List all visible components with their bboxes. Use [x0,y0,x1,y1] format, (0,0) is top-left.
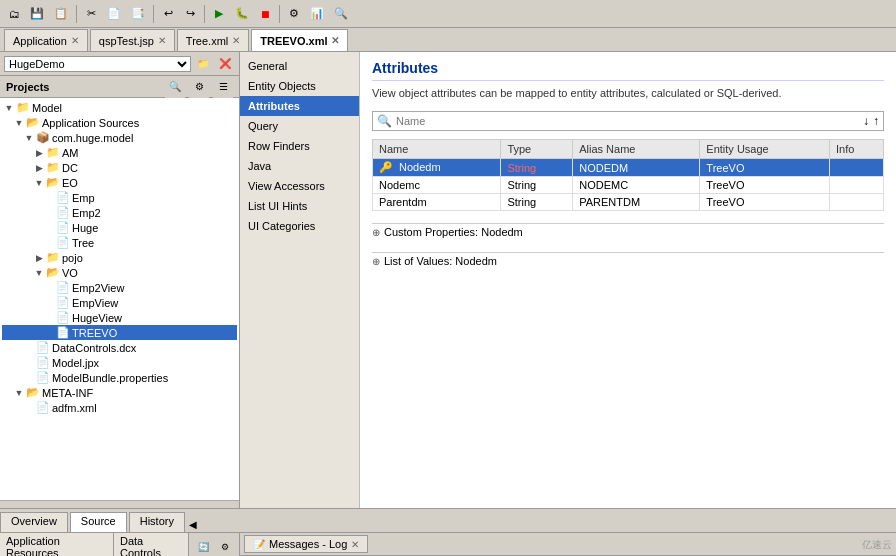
proj-search-btn[interactable]: 🔍 [165,76,185,98]
tree-pojo[interactable]: ▶ 📁 pojo [2,250,237,265]
tree-toggle-model[interactable]: ▼ [4,103,14,113]
tree-toggle-vo[interactable]: ▼ [34,268,44,278]
tree-hscrollbar[interactable] [0,500,239,508]
nav-entity-objects[interactable]: Entity Objects [240,76,359,96]
col-alias: Alias Name [573,140,700,159]
table-row[interactable]: Parentdm String PARENTDM TreeVO [373,194,884,211]
toolbar-btn-run[interactable]: ▶ [209,3,229,25]
section-app-resources[interactable]: Application Resources [0,533,114,556]
tab-qsptest-close[interactable]: ✕ [158,35,166,46]
nav-ui-categories[interactable]: UI Categories [240,216,359,236]
sort-asc-btn[interactable]: ↓ [863,114,869,128]
main-toolbar: 🗂 💾 📋 ✂ 📄 📑 ↩ ↪ ▶ 🐛 ⏹ ⚙ 📊 🔍 [0,0,896,28]
tab-qsptest[interactable]: qspTest.jsp ✕ [90,29,175,51]
tree-dc[interactable]: ▶ 📁 DC [2,160,237,175]
toolbar-btn-back[interactable]: ↩ [158,3,178,25]
tab-overview[interactable]: Overview [0,512,68,532]
toolbar-btn-debug[interactable]: 🐛 [231,3,253,25]
tree-vo[interactable]: ▼ 📂 VO [2,265,237,280]
tree-emp2[interactable]: 📄 Emp2 [2,205,237,220]
left-top-bar: HugeDemo 📁 ❌ [0,52,239,76]
tree-label-appsources: Application Sources [42,117,139,129]
custom-properties-header[interactable]: ⊕ Custom Properties: Nodedm [372,223,884,240]
tree-label-emp: Emp [72,192,95,204]
left-btn-1[interactable]: 📁 [193,53,213,75]
attr-type-parentdm: String [501,194,573,211]
tree-label-model: Model [32,102,62,114]
tree-label-eo: EO [62,177,78,189]
sort-desc-btn[interactable]: ↑ [873,114,879,128]
toolbar-btn-6[interactable]: 📑 [127,3,149,25]
toolbar-btn-4[interactable]: ✂ [81,3,101,25]
tree-tree[interactable]: 📄 Tree [2,235,237,250]
tree-emp[interactable]: 📄 Emp [2,190,237,205]
nav-view-accessors[interactable]: View Accessors [240,176,359,196]
tab-arrow-left[interactable]: ◀ [187,517,199,532]
folder-icon-metainf: 📂 [26,386,40,399]
nav-attributes[interactable]: Attributes [240,96,359,116]
toolbar-btn-misc1[interactable]: ⚙ [284,3,304,25]
messages-close[interactable]: ✕ [351,539,359,550]
tree-toggle-dc[interactable]: ▶ [34,163,44,173]
messages-log-tab[interactable]: 📝 Messages - Log ✕ [244,535,368,553]
nav-row-finders[interactable]: Row Finders [240,136,359,156]
tree-treevo[interactable]: 📄 TREEVO [2,325,237,340]
project-dropdown[interactable]: HugeDemo [4,56,191,72]
proj-view-btn[interactable]: ☰ [213,76,233,98]
nav-list-ui-hints[interactable]: List UI Hints [240,196,359,216]
tree-toggle-comhuge[interactable]: ▼ [24,133,34,143]
tree-empview[interactable]: 📄 EmpView [2,295,237,310]
tab-application-close[interactable]: ✕ [71,35,79,46]
tree-am[interactable]: ▶ 📁 AM [2,145,237,160]
tree-modelbundle[interactable]: 📄 ModelBundle.properties [2,370,237,385]
tree-hugeview[interactable]: 📄 HugeView [2,310,237,325]
tree-huge[interactable]: 📄 Huge [2,220,237,235]
editor-tab-bar: Application ✕ qspTest.jsp ✕ Tree.xml ✕ T… [0,28,896,52]
left-panel: HugeDemo 📁 ❌ Projects 🔍 ⚙ ☰ ▼ 📁 Model ▼ … [0,52,240,508]
tree-emp2view[interactable]: 📄 Emp2View [2,280,237,295]
tree-com-huge[interactable]: ▼ 📦 com.huge.model [2,130,237,145]
table-row[interactable]: 🔑 Nodedm String NODEDM TreeVO [373,159,884,177]
tree-datacontrols[interactable]: 📄 DataControls.dcx [2,340,237,355]
nav-java[interactable]: Java [240,156,359,176]
tab-history[interactable]: History [129,512,185,532]
toolbar-btn-1[interactable]: 🗂 [4,3,24,25]
tree-metainf[interactable]: ▼ 📂 META-INF [2,385,237,400]
tree-appsources[interactable]: ▼ 📂 Application Sources [2,115,237,130]
nav-general[interactable]: General [240,56,359,76]
tab-source[interactable]: Source [70,512,127,532]
search-input[interactable] [396,115,859,127]
tree-toggle-eo[interactable]: ▼ [34,178,44,188]
toolbar-btn-save[interactable]: 💾 [26,3,48,25]
bottom-left-btn1[interactable]: 🔄 [193,536,213,556]
proj-filter-btn[interactable]: ⚙ [189,76,209,98]
tab-treexml-close[interactable]: ✕ [232,35,240,46]
table-row[interactable]: Nodemc String NODEMC TreeVO [373,177,884,194]
nav-query[interactable]: Query [240,116,359,136]
bottom-left-btn2[interactable]: ⚙ [215,536,235,556]
tree-toggle-pojo[interactable]: ▶ [34,253,44,263]
tab-treexml[interactable]: Tree.xml ✕ [177,29,249,51]
list-of-values-label: List of Values: Nodedm [384,255,497,267]
tree-toggle-metainf[interactable]: ▼ [14,388,24,398]
list-of-values-header[interactable]: ⊕ List of Values: Nodedm [372,252,884,269]
toolbar-btn-forward[interactable]: ↪ [180,3,200,25]
tree-toggle-appsources[interactable]: ▼ [14,118,24,128]
tab-application[interactable]: Application ✕ [4,29,88,51]
tab-treevo[interactable]: TREEVO.xml ✕ [251,29,348,51]
section-data-controls[interactable]: Data Controls [114,533,189,556]
tree-model[interactable]: ▼ 📁 Model [2,100,237,115]
tree-toggle-am[interactable]: ▶ [34,148,44,158]
toolbar-btn-stop[interactable]: ⏹ [255,3,275,25]
key-icon-nodedm: 🔑 [379,161,393,173]
toolbar-btn-misc3[interactable]: 🔍 [330,3,352,25]
toolbar-btn-misc2[interactable]: 📊 [306,3,328,25]
toolbar-btn-3[interactable]: 📋 [50,3,72,25]
tree-label-emp2: Emp2 [72,207,101,219]
tab-treevo-close[interactable]: ✕ [331,35,339,46]
tree-adfmxml[interactable]: 📄 adfm.xml [2,400,237,415]
left-btn-2[interactable]: ❌ [215,53,235,75]
tree-eo[interactable]: ▼ 📂 EO [2,175,237,190]
toolbar-btn-5[interactable]: 📄 [103,3,125,25]
tree-modeljpx[interactable]: 📄 Model.jpx [2,355,237,370]
